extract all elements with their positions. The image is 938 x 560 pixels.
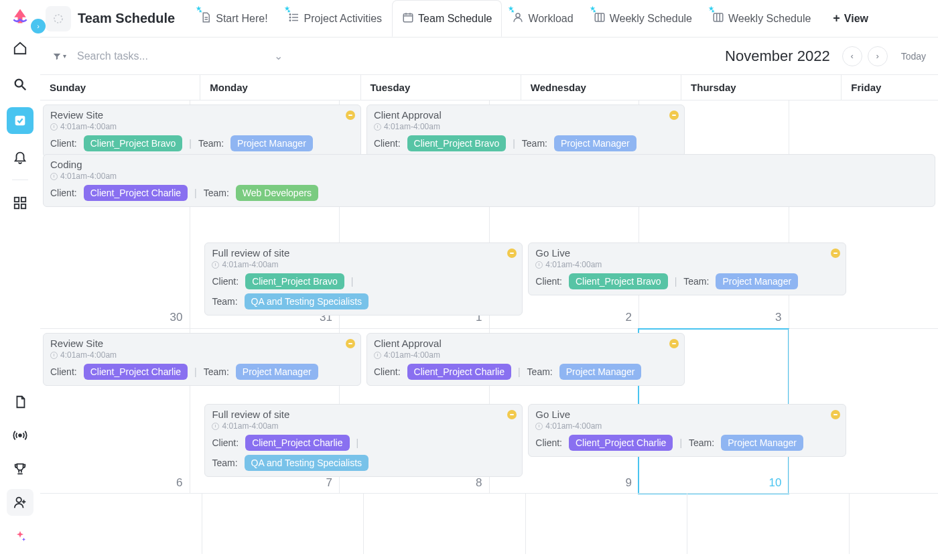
svg-point-13 <box>516 13 520 17</box>
week-row: 3031123Review Site4:01am-4:00amClient:Cl… <box>40 100 938 328</box>
calendar-event[interactable]: Full review of site4:01am-4:00amClient:C… <box>204 242 523 316</box>
day-number: 8 <box>476 476 482 490</box>
filter-icon[interactable]: ▾ <box>52 52 66 61</box>
broadcast-icon[interactable] <box>7 422 34 449</box>
team-label: Team: <box>522 138 547 149</box>
team-chip[interactable]: Web Developers <box>236 185 318 201</box>
day-cell[interactable] <box>525 494 687 554</box>
calendar-event[interactable]: Go Live4:01am-4:00amClient:Client_Projec… <box>528 242 846 295</box>
event-title: Coding <box>50 159 928 170</box>
toolbar: ▾ Search tasks... ⌄ November 2022 ‹ › To… <box>40 38 938 75</box>
docs-icon[interactable] <box>7 389 34 415</box>
event-time: 4:01am-4:00am <box>535 260 839 269</box>
team-label: Team: <box>212 458 237 468</box>
client-chip[interactable]: Client_Project Bravo <box>407 135 507 151</box>
calendar-event[interactable]: Client Approval4:01am-4:00amClient:Clien… <box>366 333 685 386</box>
event-time: 4:01am-4:00am <box>50 350 354 360</box>
team-label: Team: <box>212 296 237 307</box>
day-header: Friday <box>841 75 938 100</box>
tab-team-schedule[interactable]: Team Schedule <box>392 0 502 37</box>
day-cell[interactable] <box>363 494 525 554</box>
svg-rect-3 <box>21 198 25 202</box>
day-header: Tuesday <box>360 75 521 100</box>
prev-month-button[interactable]: ‹ <box>842 46 862 66</box>
next-month-button[interactable]: › <box>868 46 888 66</box>
today-button[interactable]: Today <box>901 51 926 62</box>
team-chip[interactable]: QA and Testing Specialists <box>245 293 369 309</box>
event-time: 4:01am-4:00am <box>50 122 354 131</box>
tab-workload[interactable]: ★Workload <box>502 0 583 37</box>
app-logo[interactable] <box>11 7 29 25</box>
event-time: 4:01am-4:00am <box>212 260 515 269</box>
day-cell[interactable] <box>687 494 849 554</box>
search-icon[interactable] <box>7 71 34 98</box>
client-chip[interactable]: Client_Project Bravo <box>569 273 668 289</box>
day-number: 7 <box>326 476 332 490</box>
tasks-icon[interactable] <box>7 107 34 134</box>
calendar-event[interactable]: Coding4:01am-4:00amClient:Client_Project… <box>43 154 935 207</box>
left-rail: › <box>0 0 40 560</box>
expand-sidebar-button[interactable]: › <box>31 19 46 33</box>
event-title: Review Site <box>50 338 354 349</box>
add-user-icon[interactable] <box>7 489 34 516</box>
team-chip[interactable]: Project Manager <box>716 273 798 289</box>
tab-weekly-schedule[interactable]: ★Weekly Schedule <box>702 0 821 37</box>
svg-rect-15 <box>714 13 723 21</box>
status-dot-icon <box>346 111 355 120</box>
client-chip[interactable]: Client_Project Charlie <box>245 435 349 451</box>
svg-rect-14 <box>595 13 604 21</box>
status-dot-icon <box>346 339 355 348</box>
week-row: 678910Review Site4:01am-4:00amClient:Cli… <box>40 328 938 493</box>
apps-icon[interactable] <box>7 190 34 216</box>
search-dropdown-icon[interactable]: ⌄ <box>274 50 283 62</box>
day-number: 2 <box>626 311 632 324</box>
client-chip[interactable]: Client_Project Charlie <box>84 364 188 380</box>
sparkle-icon[interactable] <box>7 522 34 549</box>
client-label: Client: <box>212 437 239 448</box>
trophy-icon[interactable] <box>7 456 34 482</box>
svg-rect-2 <box>14 198 18 202</box>
event-time: 4:01am-4:00am <box>535 421 839 431</box>
calendar-event[interactable]: Client Approval4:01am-4:00amClient:Clien… <box>366 104 685 157</box>
team-label: Team: <box>527 366 553 377</box>
day-cell[interactable] <box>849 494 938 554</box>
search-input[interactable]: Search tasks... <box>77 50 148 62</box>
svg-rect-12 <box>403 13 413 21</box>
client-chip[interactable]: Client_Project Charlie <box>407 364 511 380</box>
calendar-event[interactable]: Full review of site4:01am-4:00amClient:C… <box>204 404 523 477</box>
calendar-event[interactable]: Review Site4:01am-4:00amClient:Client_Pr… <box>43 104 361 157</box>
team-chip[interactable]: Project Manager <box>236 364 318 380</box>
day-number: 6 <box>176 476 182 490</box>
calendar-event[interactable]: Review Site4:01am-4:00amClient:Client_Pr… <box>43 333 361 386</box>
event-title: Go Live <box>535 409 839 420</box>
page-loading-icon <box>46 6 71 31</box>
svg-point-8 <box>54 15 62 23</box>
client-label: Client: <box>50 138 77 149</box>
day-header: Monday <box>200 75 360 100</box>
team-chip[interactable]: Project Manager <box>554 135 636 151</box>
clock-icon <box>50 123 58 131</box>
team-chip[interactable]: Project Manager <box>721 435 803 451</box>
calendar-event[interactable]: Go Live4:01am-4:00amClient:Client_Projec… <box>528 404 846 457</box>
day-header: Sunday <box>40 75 200 100</box>
client-chip[interactable]: Client_Project Charlie <box>569 435 673 451</box>
tab-start-here-[interactable]: ★Start Here! <box>190 0 277 37</box>
client-chip[interactable]: Client_Project Bravo <box>84 135 183 151</box>
event-title: Client Approval <box>374 109 677 121</box>
client-label: Client: <box>212 276 239 287</box>
tab-project-activities[interactable]: ★Project Activities <box>278 0 392 37</box>
team-chip[interactable]: Project Manager <box>230 135 313 151</box>
day-cell[interactable] <box>40 494 202 554</box>
client-chip[interactable]: Client_Project Charlie <box>84 185 188 201</box>
team-chip[interactable]: QA and Testing Specialists <box>245 455 369 471</box>
clock-icon <box>374 123 381 131</box>
tab-weekly-schedule[interactable]: ★Weekly Schedule <box>584 0 702 37</box>
home-icon[interactable] <box>7 35 34 62</box>
day-cell[interactable] <box>202 494 364 554</box>
calendar: SundayMondayTuesdayWednesdayThursdayFrid… <box>40 75 938 560</box>
team-chip[interactable]: Project Manager <box>559 364 642 380</box>
client-chip[interactable]: Client_Project Bravo <box>245 273 344 289</box>
notifications-icon[interactable] <box>7 143 34 170</box>
add-view-button[interactable]: +View <box>823 11 878 25</box>
svg-point-0 <box>15 80 22 87</box>
